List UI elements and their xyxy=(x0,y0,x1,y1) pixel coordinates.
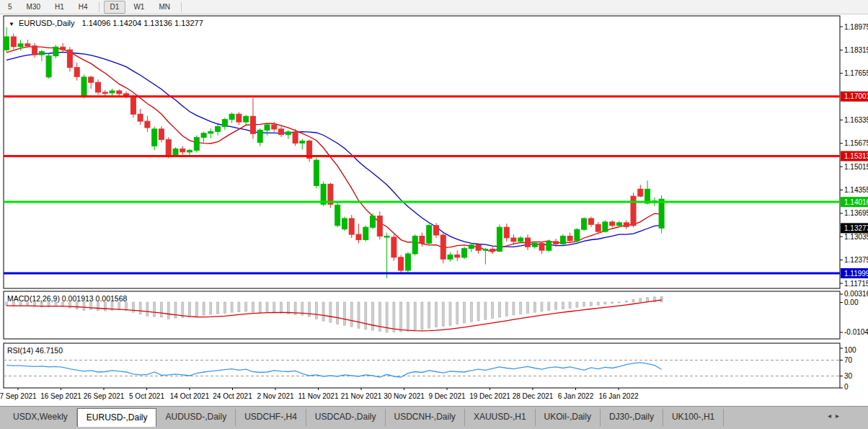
macd-histogram-bar xyxy=(329,302,332,322)
macd-histogram-bar xyxy=(189,302,191,317)
macd-histogram-bar xyxy=(583,302,585,306)
price-tick-label: 1.11715 xyxy=(844,280,868,288)
symbol-dropdown-icon[interactable]: ▼ xyxy=(9,21,14,27)
candle-body xyxy=(314,160,319,185)
candle-body xyxy=(371,216,376,228)
chart-tab-usdchf-h4[interactable]: USDCHF-,H4 xyxy=(236,409,306,426)
macd-histogram-bar xyxy=(632,299,634,302)
date-label: 19 Dec 2021 xyxy=(469,392,510,400)
candle-body xyxy=(96,82,101,92)
macd-histogram-bar xyxy=(435,302,438,327)
macd-histogram-bar xyxy=(203,302,205,315)
macd-histogram-bar xyxy=(372,302,374,330)
chart-canvas[interactable]: 1.189751.183151.176551.163351.156751.150… xyxy=(0,0,868,406)
macd-histogram-bar xyxy=(309,302,311,317)
macd-histogram-bar xyxy=(97,302,99,311)
date-label: 7 Sep 2021 xyxy=(0,392,37,400)
macd-histogram-bar xyxy=(442,302,444,326)
candle-body xyxy=(110,91,115,93)
chart-tab-audusd-daily[interactable]: AUDUSD-,Daily xyxy=(156,409,236,426)
candle-body xyxy=(18,44,23,47)
date-label: 2 Nov 2021 xyxy=(257,392,294,400)
macd-histogram-bar xyxy=(76,302,78,309)
macd-histogram-bar xyxy=(548,302,550,311)
date-label: 11 Nov 2021 xyxy=(298,392,339,400)
macd-histogram-bar xyxy=(639,298,642,302)
macd-histogram-bar xyxy=(625,301,627,302)
candle-body xyxy=(244,116,249,122)
candle-body xyxy=(532,243,537,247)
chart-tab-usdcnh-daily[interactable]: USDCNH-,Daily xyxy=(386,409,465,426)
date-label: 21 Nov 2021 xyxy=(341,392,382,400)
chart-tab-eurusd-daily[interactable]: EURUSD-,Daily xyxy=(77,408,157,427)
candle-body xyxy=(166,140,171,155)
candle-body xyxy=(384,236,389,238)
candle-body xyxy=(518,238,523,242)
macd-histogram-bar xyxy=(513,302,515,315)
candle-body xyxy=(250,116,255,133)
chart-tab-uk100-h1[interactable]: UK100-,H1 xyxy=(663,409,724,426)
macd-histogram-bar xyxy=(210,302,212,314)
date-label: 14 Oct 2021 xyxy=(170,392,210,400)
macd-histogram-bar xyxy=(464,302,466,323)
candle-body xyxy=(595,224,601,231)
candle-body xyxy=(582,218,587,229)
candle-body xyxy=(74,68,79,77)
chart-tab-dj30-daily[interactable]: DJ30-,Daily xyxy=(601,409,663,426)
chart-tab-usdx-weekly[interactable]: USDX,Weekly xyxy=(4,409,77,426)
price-tick-label: 1.13035 xyxy=(844,233,868,241)
macd-scale-bottom: -0.01043 xyxy=(844,328,868,336)
candle-body xyxy=(588,218,593,224)
candle-body xyxy=(399,257,404,270)
candle-body xyxy=(483,249,488,251)
macd-histogram-bar xyxy=(259,302,261,313)
macd-histogram-bar xyxy=(287,302,289,314)
macd-histogram-bar xyxy=(365,302,367,330)
tab-scroll-arrows[interactable]: ◂▸ xyxy=(828,412,843,420)
candle-body xyxy=(427,226,432,244)
rsi-scale-label: 100 xyxy=(844,346,856,354)
macd-histogram-bar xyxy=(245,302,247,311)
candle-body xyxy=(638,189,643,196)
candle-body xyxy=(659,199,664,228)
candle-body xyxy=(117,91,122,94)
candle-body xyxy=(145,121,150,128)
tab-scroll-right-icon[interactable]: ▸ xyxy=(836,412,843,420)
macd-histogram-bar xyxy=(414,302,416,330)
macd-histogram-bar xyxy=(611,302,614,304)
date-label: 24 Oct 2021 xyxy=(213,392,252,400)
chart-tab-usdcad-daily[interactable]: USDCAD-,Daily xyxy=(306,409,386,426)
macd-histogram-bar xyxy=(104,302,106,311)
macd-histogram-bar xyxy=(498,302,500,317)
price-tick-label: 1.15675 xyxy=(844,139,868,147)
macd-histogram-bar xyxy=(68,302,71,308)
tab-scroll-left-icon[interactable]: ◂ xyxy=(828,412,836,420)
rsi-panel[interactable] xyxy=(4,343,840,388)
date-label: 28 Dec 2021 xyxy=(513,392,554,400)
candle-body xyxy=(412,236,417,255)
candle-body xyxy=(159,129,164,140)
candle-body xyxy=(610,222,615,226)
candle-body xyxy=(279,129,284,135)
macd-histogram-bar xyxy=(322,302,324,321)
candle-body xyxy=(546,242,552,250)
chart-tab-xauusd-h1[interactable]: XAUUSD-,H1 xyxy=(465,409,536,426)
price-badge-label: 1.17001 xyxy=(844,92,868,100)
chart-tab-ukoil-daily[interactable]: UKOil-,Daily xyxy=(536,409,601,426)
macd-histogram-bar xyxy=(266,302,268,313)
candle-body xyxy=(567,236,572,241)
macd-histogram-bar xyxy=(118,302,120,310)
candle-body xyxy=(25,44,30,46)
candle-body xyxy=(377,216,382,236)
price-tick-label: 1.17655 xyxy=(844,69,868,77)
candle-body xyxy=(272,125,277,129)
macd-histogram-bar xyxy=(139,302,141,314)
candle-body xyxy=(236,114,242,122)
main-price-panel[interactable] xyxy=(4,16,840,288)
macd-histogram-bar xyxy=(456,302,459,324)
price-tick-label: 1.18975 xyxy=(844,23,868,31)
macd-histogram-bar xyxy=(619,302,621,303)
candle-body xyxy=(511,238,516,242)
macd-histogram-bar xyxy=(231,302,233,312)
candle-body xyxy=(434,226,439,235)
